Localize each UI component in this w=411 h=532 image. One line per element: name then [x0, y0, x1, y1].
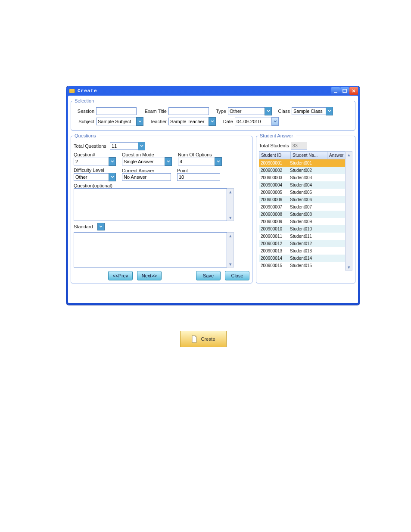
- scroll-up-icon[interactable]: ▴: [227, 233, 234, 239]
- session-label: Session: [74, 109, 94, 114]
- table-row[interactable]: 200900005Student005: [259, 189, 352, 196]
- date-input[interactable]: [235, 118, 272, 125]
- table-row[interactable]: 200900008Student008: [259, 211, 352, 218]
- save-button[interactable]: Save: [196, 271, 221, 280]
- table-row[interactable]: 200900006Student006: [259, 196, 352, 203]
- prev-button[interactable]: <<Prev: [108, 271, 133, 280]
- document-icon: [191, 335, 197, 343]
- standard-textarea-scrollbar[interactable]: ▴ ▾: [227, 232, 234, 268]
- table-row[interactable]: 200900001Student001: [259, 159, 352, 167]
- total-questions-dropdown-icon[interactable]: [138, 142, 145, 150]
- standard-label: Standard: [74, 224, 93, 229]
- type-label: Type: [211, 109, 226, 114]
- svg-rect-1: [334, 92, 337, 93]
- num-options-select[interactable]: [178, 158, 215, 165]
- create-button-label: Create: [201, 336, 215, 342]
- scroll-up-icon[interactable]: ▴: [346, 152, 352, 158]
- selection-group: Selection Session Exam Title Type Class …: [71, 98, 355, 131]
- class-select[interactable]: [292, 107, 326, 115]
- questions-group: Questions Total Questions Question# Ques…: [71, 133, 252, 283]
- class-label: Class: [274, 109, 290, 114]
- titlebar[interactable]: Create: [66, 86, 360, 96]
- total-students-label: Total Students: [259, 143, 289, 148]
- close-button[interactable]: Close: [225, 271, 249, 280]
- num-options-dropdown-icon[interactable]: [215, 157, 222, 166]
- table-row[interactable]: 200900011Student011: [259, 233, 352, 240]
- subject-dropdown-icon[interactable]: [136, 117, 143, 126]
- question-textarea[interactable]: [74, 188, 227, 221]
- table-row[interactable]: 200900007Student007: [259, 203, 352, 211]
- standard-textarea[interactable]: [74, 232, 227, 268]
- question-mode-select[interactable]: [122, 158, 165, 165]
- date-picker-icon[interactable]: [271, 117, 279, 126]
- col-student-id[interactable]: Student ID: [259, 152, 291, 159]
- table-row[interactable]: 200900015Student015: [259, 262, 352, 269]
- question-number-label: Question#: [74, 152, 116, 157]
- num-options-label: Num Of Options: [178, 152, 222, 157]
- table-row[interactable]: 200900009Student009: [259, 218, 352, 225]
- subject-label: Subject: [74, 119, 94, 124]
- type-dropdown-icon[interactable]: [265, 107, 272, 115]
- question-number-dropdown-icon[interactable]: [109, 157, 116, 166]
- total-students-value: [291, 142, 307, 149]
- window-title: Create: [78, 88, 97, 93]
- table-row[interactable]: 200900004Student004: [259, 181, 352, 189]
- students-table-body: 200900001Student001200900002Student00220…: [259, 159, 352, 271]
- question-textarea-scrollbar[interactable]: ▴ ▾: [227, 188, 234, 221]
- date-label: Date: [218, 119, 233, 124]
- create-window: Create Selection Session Exam Title Type…: [66, 86, 360, 305]
- correct-answer-label: Correct Answer: [122, 168, 171, 173]
- point-label: Point: [177, 168, 220, 173]
- session-input[interactable]: [96, 107, 137, 115]
- teacher-label: Teacher: [145, 119, 167, 124]
- standard-dropdown-icon[interactable]: [97, 223, 105, 230]
- total-questions-label: Total Questions: [74, 143, 108, 149]
- scroll-down-icon[interactable]: ▾: [346, 264, 352, 270]
- type-select[interactable]: [228, 107, 265, 115]
- scroll-down-icon[interactable]: ▾: [227, 261, 234, 267]
- teacher-select[interactable]: [168, 118, 209, 125]
- question-mode-label: Question Mode: [122, 152, 172, 157]
- selection-legend: Selection: [74, 98, 97, 103]
- table-row[interactable]: 200900014Student014: [259, 255, 352, 262]
- question-number-select[interactable]: [74, 158, 109, 165]
- difficulty-dropdown-icon[interactable]: [109, 173, 116, 181]
- table-row[interactable]: 200900013Student013: [259, 247, 352, 255]
- difficulty-label: Difficulty Level: [74, 168, 116, 173]
- question-mode-dropdown-icon[interactable]: [165, 157, 172, 166]
- create-button[interactable]: Create: [180, 331, 227, 347]
- total-questions-select[interactable]: [110, 142, 138, 150]
- scroll-up-icon[interactable]: ▴: [227, 189, 234, 195]
- maximize-button[interactable]: [340, 87, 349, 95]
- student-answer-legend: Student Answer: [259, 133, 296, 138]
- app-icon: [69, 88, 75, 94]
- question-text-label: Question(optional): [74, 183, 249, 188]
- table-row[interactable]: 200900010Student010: [259, 225, 352, 233]
- teacher-dropdown-icon[interactable]: [209, 117, 216, 126]
- difficulty-select[interactable]: [74, 173, 109, 181]
- close-window-button[interactable]: [349, 87, 358, 95]
- students-table-header: Student ID Student Na... Answer: [259, 151, 352, 159]
- questions-legend: Questions: [74, 133, 100, 138]
- scroll-down-icon[interactable]: ▾: [227, 215, 234, 221]
- table-row[interactable]: 200900003Student003: [259, 174, 352, 181]
- class-dropdown-icon[interactable]: [326, 107, 333, 115]
- col-student-name[interactable]: Student Na...: [291, 152, 327, 159]
- table-row[interactable]: 200900002Student002: [259, 167, 352, 174]
- correct-answer-input[interactable]: [122, 173, 171, 181]
- subject-select[interactable]: [96, 118, 137, 125]
- svg-rect-0: [69, 89, 75, 93]
- exam-title-input[interactable]: [168, 107, 209, 115]
- minimize-button[interactable]: [331, 87, 340, 95]
- students-scrollbar[interactable]: ▴ ▾: [345, 151, 352, 271]
- student-answer-group: Student Answer Total Students Student ID…: [256, 133, 355, 283]
- svg-rect-2: [343, 89, 346, 93]
- exam-title-label: Exam Title: [138, 109, 167, 114]
- point-input[interactable]: [177, 173, 220, 181]
- next-button[interactable]: Next>>: [137, 271, 162, 280]
- table-row[interactable]: 200900012Student012: [259, 240, 352, 247]
